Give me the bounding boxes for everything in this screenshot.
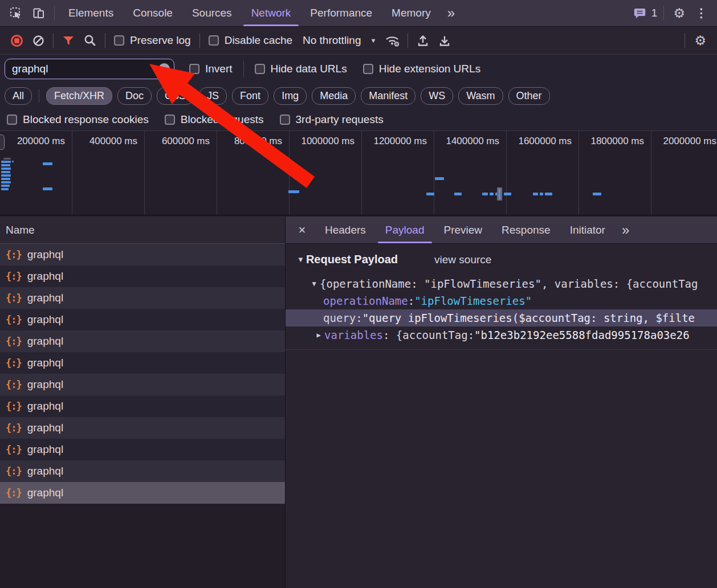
tab-sources[interactable]: Sources <box>182 0 242 26</box>
payload-pane: ▼ Request Payload view source ▼{operatio… <box>286 244 717 350</box>
payload-token-plain: query <box>323 309 356 326</box>
payload-token-plain: : <box>408 292 414 309</box>
checkbox-box <box>189 64 199 74</box>
record-network-log-button[interactable] <box>6 30 27 51</box>
hide-extension-urls-checkbox[interactable]: Hide extension URLs <box>363 63 480 75</box>
network-conditions-button[interactable] <box>382 30 404 51</box>
request-row[interactable]: {:}graphql <box>0 244 285 266</box>
request-name: graphql <box>27 400 63 413</box>
issues-button[interactable] <box>632 7 649 19</box>
request-row[interactable]: {:}graphql <box>0 460 285 482</box>
details-tab-headers[interactable]: Headers <box>315 217 376 243</box>
request-row[interactable]: {:}graphql <box>0 482 285 504</box>
collapse-triangle-icon[interactable]: ▼ <box>297 255 304 264</box>
hide-data-urls-checkbox[interactable]: Hide data URLs <box>255 63 347 75</box>
xhr-braces-icon: {:} <box>6 314 22 325</box>
more-tabs-button[interactable]: » <box>441 0 462 26</box>
settings-gear-icon[interactable]: ⚙ <box>668 6 690 21</box>
expander-triangle-icon[interactable]: ▼ <box>308 275 320 292</box>
details-tab-response[interactable]: Response <box>492 217 560 243</box>
xhr-braces-icon: {:} <box>6 401 22 412</box>
request-row[interactable]: {:}graphql <box>0 266 285 287</box>
payload-token-string: "ipFlowTimeseries" <box>414 292 532 309</box>
filter-chip-media[interactable]: Media <box>312 87 356 105</box>
blocked-response-cookies-checkbox[interactable]: Blocked response cookies <box>7 113 149 126</box>
tab-console[interactable]: Console <box>123 0 182 26</box>
filter-chip-ws[interactable]: WS <box>421 87 453 105</box>
filter-chip-img[interactable]: Img <box>274 87 307 105</box>
filter-chip-wasm[interactable]: Wasm <box>458 87 503 105</box>
network-toolbar: Preserve log Disable cache No throttling… <box>0 27 717 55</box>
expander-spacer <box>312 309 323 326</box>
clear-network-log-button[interactable] <box>27 30 49 51</box>
tab-memory[interactable]: Memory <box>382 0 441 26</box>
timeline-tick-label: 1000000 ms <box>290 131 362 215</box>
payload-tree-line[interactable]: ▼{operationName: "ipFlowTimeseries", var… <box>286 275 717 292</box>
network-settings-gear-icon[interactable]: ⚙ <box>689 33 711 48</box>
preserve-log-checkbox[interactable]: Preserve log <box>114 34 191 47</box>
request-name: graphql <box>27 335 63 348</box>
inspect-element-button[interactable] <box>5 0 27 26</box>
filter-chip-manifest[interactable]: Manifest <box>361 87 415 105</box>
search-network-button[interactable] <box>79 30 101 51</box>
invert-checkbox[interactable]: Invert <box>189 63 233 75</box>
xhr-braces-icon: {:} <box>6 271 22 282</box>
filter-chip-other[interactable]: Other <box>508 87 550 105</box>
filter-toggle-button[interactable] <box>58 30 79 51</box>
request-row[interactable]: {:}graphql <box>0 330 285 352</box>
panel-tabs: ElementsConsoleSourcesNetworkPerformance… <box>59 0 441 26</box>
blocked-requests-checkbox[interactable]: Blocked requests <box>165 113 264 126</box>
request-row[interactable]: {:}graphql <box>0 439 285 460</box>
request-row[interactable]: {:}graphql <box>0 287 285 309</box>
request-row[interactable]: {:}graphql <box>0 352 285 374</box>
disable-cache-checkbox[interactable]: Disable cache <box>209 34 292 47</box>
details-tab-payload[interactable]: Payload <box>376 217 434 243</box>
timeline-overview[interactable]: 200000 ms400000 ms600000 ms800000 ms1000… <box>0 131 717 215</box>
tab-network[interactable]: Network <box>242 0 301 26</box>
checkbox-label: 3rd-party requests <box>296 113 384 126</box>
throttling-dropdown[interactable]: No throttling ▼ <box>297 34 382 47</box>
timeline-scroll-handle[interactable] <box>0 134 5 150</box>
request-row[interactable]: {:}graphql <box>0 417 285 439</box>
divider <box>39 89 39 103</box>
view-source-link[interactable]: view source <box>434 254 491 266</box>
filter-chip-js[interactable]: JS <box>199 87 227 105</box>
request-name: graphql <box>27 465 63 477</box>
more-filters-row: Blocked response cookiesBlocked requests… <box>0 108 717 131</box>
payload-tree-line[interactable]: query: "query ipFlowTimeseries($accountT… <box>286 309 717 326</box>
payload-tree-line[interactable]: ▶variables: {accountTag: "b12e3b2192ee55… <box>286 326 717 344</box>
filter-input[interactable] <box>5 59 174 79</box>
tab-performance[interactable]: Performance <box>300 0 382 26</box>
divider <box>243 61 244 77</box>
export-har-button[interactable] <box>434 30 455 51</box>
import-har-button[interactable] <box>412 30 434 51</box>
filter-chip-doc[interactable]: Doc <box>117 87 152 105</box>
download-icon <box>438 34 451 47</box>
request-name: graphql <box>27 487 63 499</box>
request-name: graphql <box>27 378 63 391</box>
timeline-columns: 200000 ms400000 ms600000 ms800000 ms1000… <box>0 131 717 215</box>
request-row[interactable]: {:}graphql <box>0 374 285 395</box>
details-tab-preview[interactable]: Preview <box>434 217 492 243</box>
filter-chip-all[interactable]: All <box>5 87 32 105</box>
device-toolbar-button[interactable] <box>27 0 50 26</box>
kebab-menu-icon[interactable]: ⋮ <box>690 6 712 20</box>
request-row[interactable]: {:}graphql <box>0 309 285 330</box>
timeline-tick-label: 1400000 ms <box>434 131 507 215</box>
payload-tree-line[interactable]: operationName: "ipFlowTimeseries" <box>286 292 717 309</box>
filter-chip-font[interactable]: Font <box>232 87 268 105</box>
3rd-party-requests-checkbox[interactable]: 3rd-party requests <box>280 113 384 126</box>
throttling-value: No throttling <box>303 34 361 47</box>
filter-chip-css[interactable]: CSS <box>157 87 194 105</box>
close-details-icon[interactable]: × <box>289 217 315 243</box>
payload-token-plain: : <box>356 309 362 326</box>
expander-triangle-icon[interactable]: ▶ <box>313 326 324 344</box>
name-column-header[interactable]: Name <box>0 217 285 244</box>
xhr-braces-icon: {:} <box>6 422 22 434</box>
details-more-tabs-button[interactable]: » <box>615 217 636 243</box>
clear-filter-icon[interactable]: × <box>158 63 170 75</box>
filter-chip-fetch-xhr[interactable]: Fetch/XHR <box>46 87 112 105</box>
details-tab-initiator[interactable]: Initiator <box>560 217 615 243</box>
tab-elements[interactable]: Elements <box>59 0 123 26</box>
request-row[interactable]: {:}graphql <box>0 395 285 417</box>
